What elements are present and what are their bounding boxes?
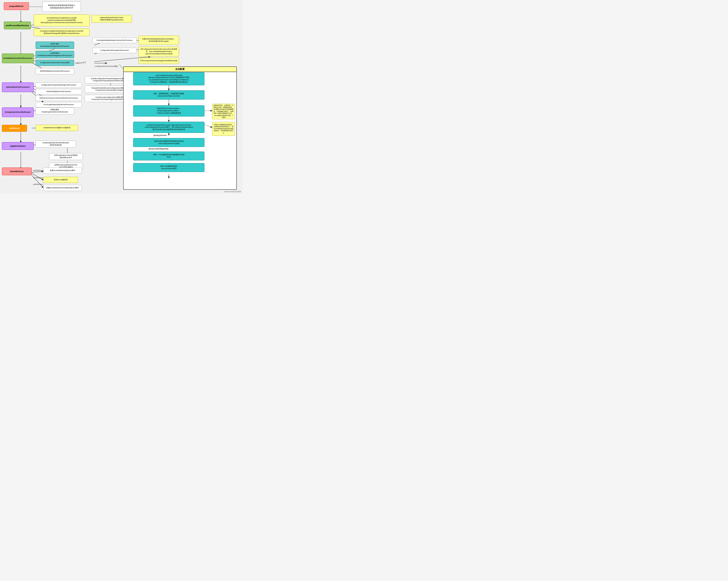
node-methodValidation: MethodValidationPostProcessor [35, 89, 82, 94]
node-registerBeanPostProcessors: registerBeanPostProcessors [2, 82, 34, 92]
node-printWarn: 打印ComponentScanPackageCheck的Warn信息 [138, 58, 179, 64]
node-onRefresh: onRefresh [2, 125, 27, 132]
label-publishEvent1: publishEvent [33, 170, 43, 171]
node-addAttribute: 给ConfigurationClassPostProcessor定义添加属性，k… [138, 47, 179, 57]
node-registerSharedMetadata: 注册SharedMetadataReaderFactoryBean，有实例化量供… [138, 35, 179, 45]
node-cachingMetadata: CachingMetadataReaderFactoryPostProcesso… [93, 38, 137, 43]
node-wrapEntry: 将每一个自动配置类名和注解属性封装成Entry [133, 152, 204, 160]
label-configClassParser: ConfigurationClassParser解析 [95, 65, 118, 68]
label-groupSelectImports: group.selectImports() [149, 148, 168, 150]
node-annotationConfig: AnnotationConfigServletWebServerApplicat… [34, 28, 89, 36]
node-configPropsBinding: ConfigurationPropertiesBindingPostProces… [35, 82, 82, 88]
node-invokeBeanFactory: invokeBeanFactoryPostProcessors [2, 53, 34, 63]
node-startWebServer: 启动tomcat服务器 [43, 177, 78, 183]
label-loadBeanDef: 加载bean定义 [75, 61, 86, 65]
node-servletWebServer1: ServletWebServerApplicationContext的postP… [34, 15, 89, 26]
node-finishRefresh: finishRefresh [2, 168, 32, 175]
node-autoConfigImportSelector: AutoConfigurationImportSelector的getAutoC… [133, 72, 204, 85]
node-handleExpanded: 处理扩展的BeanDefinitionRegistryPostProcessor [35, 42, 74, 49]
node-handleAllBeanFactory: 处理所有的BeanFactoryPostProcessor [35, 68, 74, 74]
node-webServerFactory: WebServerFactoryCustomizerBeanPostProces… [35, 96, 82, 101]
svg-line-29 [32, 171, 43, 172]
node-filterMonitor: 去重、监察要排除的，比如配置环境属性spring.autoconfigure.e… [133, 90, 204, 100]
label-groupProcess: group.process [153, 134, 167, 136]
autoconfig-title: 自动配置 [124, 67, 236, 72]
node-registerWebAppScopes: registerWebApplicationScopes注册作用范围reques… [92, 15, 132, 23]
node-conditionReport: ConditionEvaluationReportAutoConfigurati… [133, 122, 204, 133]
node-filterOnCondition: 过滤出符合OnClassCondition，OnWebApplicationCo… [133, 105, 204, 117]
node-postProcessBeanFactory: postProcessBeanFactory [4, 22, 31, 29]
svg-line-45 [204, 125, 212, 127]
label-publishEvent2: publishEvent [33, 183, 43, 185]
footer-text: DianJin-业务流水详情 [224, 191, 241, 193]
node-configClassProcessor: ConfigurationClassPostProcessor处理 [35, 60, 74, 66]
node-createWebServer: createWebServer创建tomcat服务器 [35, 125, 78, 131]
node-errorPageRegistrar: ErrorPageRegistrarBeanPostProcessor [35, 102, 82, 107]
node-registerListeners: registerListeners [2, 142, 34, 150]
node-sideNote2: 不用担心新建线程没处理完，主线程执处理到后面去了，因为主线程检查完成会进行新线程… [212, 122, 235, 136]
node-processImports: 对每个自动配置类进行processImports处理 [133, 163, 204, 172]
autoconfig-box: 自动配置 AutoConfigurationImportSelector的get… [123, 67, 237, 190]
node-simpleMulticaster: SimpleApplicationEventMulticaster添加所有监听器 [35, 141, 76, 148]
node-publishContextRefreshed: 多播ContextRefreshedEvent事件 [43, 168, 82, 174]
node-earlyListeners: 将初始化时候获得的监听器放入earlyApplicationListeners中 [42, 2, 81, 11]
node-initAppEventMulticaster: initApplicationEventMulticaster [2, 107, 34, 117]
node-sideNote1: 如果条件适合，会用回另一个线程去分担一半数量的检查，会判断条件类是否已前能够载到… [212, 104, 235, 119]
node-prepareRefresh: prepareRefresh [4, 2, 29, 10]
node-publishServletWebServerInitialized: 多播ServletWebServerInitializedEvent事件 [43, 185, 82, 191]
node-createSimple: 创建多播器SimpleApplicationEventMulticaster [35, 107, 74, 115]
node-addAppListener: 添加ApplicationListener类型的监听器bean名字 [49, 153, 83, 160]
diagram-container: prepareRefresh 将初始化时候获得的监听器放入earlyApplic… [0, 0, 242, 194]
node-configWarnings: ConfigurationWarningsPostProcessor [93, 48, 137, 53]
node-wrapConditions: 将符合条件的配置类和排除条件封装成AutoConfigurationEntry返… [133, 138, 204, 147]
node-handleInternal: 处理内部的invokeBeanDefinitionRegistryPostPro… [35, 51, 74, 58]
